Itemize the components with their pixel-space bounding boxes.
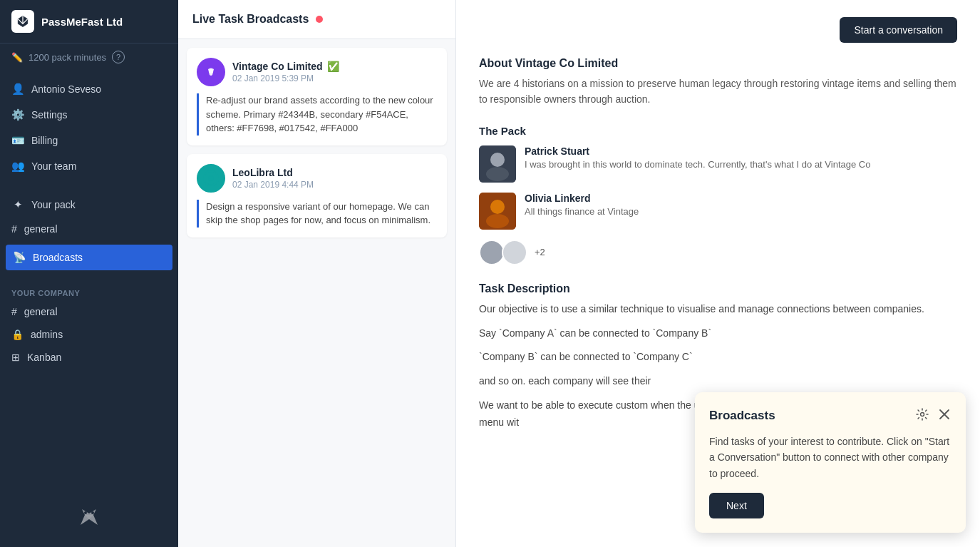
sidebar-item-settings[interactable]: ⚙️ Settings [0,102,178,128]
about-description: We are 4 historians on a mission to pres… [479,76,957,108]
leolibra-message: Design a responsive variant of our homep… [197,200,437,228]
team-icon: 👥 [11,160,24,173]
broadcasts-panel: Live Task Broadcasts Vintage [178,0,456,547]
pack-minutes-label: 1200 pack minutes [29,52,106,63]
pack-member-patrick: Patrick Stuart I was brought in this wor… [479,145,957,183]
live-dot-indicator [316,16,323,23]
patrick-info: Patrick Stuart I was brought in this wor… [525,145,870,171]
pack-member-olivia: Olivia Linkerd All things finance at Vin… [479,193,957,230]
leolibra-date: 02 Jan 2019 4:44 PM [232,180,437,190]
vintage-date: 02 Jan 2019 5:39 PM [232,73,437,83]
olivia-name: Olivia Linkerd [525,193,639,204]
tooltip-title: Broadcasts [709,409,775,423]
broadcasts-header-title: Live Task Broadcasts [192,13,309,26]
svg-point-1 [91,511,94,514]
sidebar-nav: 👤 Antonio Seveso ⚙️ Settings 🪪 Billing 👥… [0,71,178,185]
patrick-bio: I was brought in this world to dominate … [525,158,870,171]
pack-minutes-row: ✏️ 1200 pack minutes ? [0,44,178,71]
kanban-icon: ⊞ [11,352,20,363]
about-title: About Vintage Co Limited [479,57,957,70]
sidebar-item-company-general-label: general [24,306,58,317]
sidebar-item-broadcasts[interactable]: 📡 Broadcasts [6,245,172,270]
fox-logo-icon [75,502,103,536]
broadcast-item-leolibra[interactable]: LeoLibra Ltd 02 Jan 2019 4:44 PM Design … [187,154,447,237]
broadcasts-tooltip: Broadcasts Find tasks of your interest t… [695,392,966,533]
svg-point-3 [209,69,213,73]
sidebar-item-billing[interactable]: 🪪 Billing [0,128,178,153]
vintage-company-info: Vintage Co Limited ✅ 02 Jan 2019 5:39 PM [232,61,437,83]
sidebar-company-name: PassMeFast Ltd [41,16,123,28]
sidebar: PassMeFast Ltd ✏️ 1200 pack minutes ? 👤 … [0,0,178,547]
sidebar-footer [0,491,178,547]
sidebar-item-kanban[interactable]: ⊞ Kanban [0,346,178,369]
detail-header-row: Start a conversation [479,17,957,43]
broadcast-item-vintage[interactable]: Vintage Co Limited ✅ 02 Jan 2019 5:39 PM… [187,48,447,145]
patrick-avatar [479,145,516,183]
start-conversation-button[interactable]: Start a conversation [840,17,957,43]
sidebar-item-kanban-label: Kanban [27,352,61,363]
sidebar-item-billing-label: Billing [31,135,58,146]
vintage-message: Re-adjust our brand assets according to … [197,93,437,136]
sidebar-item-your-team-label: Your team [31,160,76,172]
patrick-name: Patrick Stuart [525,145,870,157]
svg-point-8 [486,167,509,181]
broadcasts-header: Live Task Broadcasts [178,0,455,39]
close-icon [939,409,950,420]
sidebar-item-company-general[interactable]: # general [0,300,178,323]
gear-icon: ⚙️ [11,108,24,121]
task-description-title: Task Description [479,282,957,295]
vintage-company-name: Vintage Co Limited ✅ [232,61,437,72]
extra-member-avatar-2 [502,240,527,265]
sidebar-item-your-pack-label: Your pack [31,199,76,210]
lock-icon: 🔒 [11,329,24,340]
broadcast-item-leolibra-header: LeoLibra Ltd 02 Jan 2019 4:44 PM [197,164,437,193]
sidebar-item-your-pack[interactable]: ✦ Your pack [0,192,178,218]
svg-point-10 [490,200,505,214]
extra-member-avatar-1 [479,240,505,265]
tooltip-settings-button[interactable] [914,407,930,425]
hash-icon: # [11,223,17,235]
sidebar-header: PassMeFast Ltd [0,0,178,44]
broadcast-icon: 📡 [13,251,26,264]
pen-icon: ✏️ [11,52,23,63]
pack-icon: ✦ [11,198,24,211]
tooltip-actions [914,407,951,425]
tooltip-body: Find tasks of your interest to contribut… [709,434,951,481]
sidebar-item-your-team[interactable]: 👥 Your team [0,153,178,179]
company-logo [11,10,34,33]
leolibra-company-info: LeoLibra Ltd 02 Jan 2019 4:44 PM [232,167,437,190]
help-icon[interactable]: ? [112,51,125,63]
your-company-section-label: Your company [0,279,178,300]
sidebar-item-settings-label: Settings [31,109,68,121]
svg-point-7 [490,153,505,167]
olivia-info: Olivia Linkerd All things finance at Vin… [525,193,639,218]
sidebar-item-broadcasts-label: Broadcasts [33,252,83,263]
user-icon: 👤 [11,83,24,96]
about-section: About Vintage Co Limited We are 4 histor… [479,57,957,108]
vintage-avatar [197,58,225,86]
pack-members-section: The Pack Patrick Stuart I was brought in… [479,125,957,265]
tooltip-close-button[interactable] [937,407,951,424]
broadcast-list: Vintage Co Limited ✅ 02 Jan 2019 5:39 PM… [178,39,455,547]
sidebar-item-admins[interactable]: 🔒 admins [0,323,178,346]
tooltip-next-button[interactable]: Next [709,493,764,518]
hash-icon-2: # [11,306,17,317]
svg-point-12 [921,412,924,416]
sidebar-item-pack-general-label: general [24,223,58,235]
sidebar-item-antonio[interactable]: 👤 Antonio Seveso [0,76,178,102]
settings-icon [916,408,929,421]
billing-icon: 🪪 [11,134,24,147]
olivia-bio: All things finance at Vintage [525,205,639,218]
verified-checkmark-icon: ✅ [327,61,339,72]
svg-point-11 [486,214,509,228]
leolibra-avatar [197,164,225,193]
extra-members-row: +2 [479,240,957,265]
sidebar-item-admins-label: admins [31,329,63,340]
sidebar-item-pack-general[interactable]: # general [0,218,178,240]
broadcast-item-vintage-header: Vintage Co Limited ✅ 02 Jan 2019 5:39 PM [197,58,437,86]
extra-members-count: +2 [535,247,545,257]
leolibra-company-name: LeoLibra Ltd [232,167,437,178]
olivia-avatar [479,193,516,230]
sidebar-item-antonio-label: Antonio Seveso [31,83,101,95]
pack-section-title: The Pack [479,125,957,137]
